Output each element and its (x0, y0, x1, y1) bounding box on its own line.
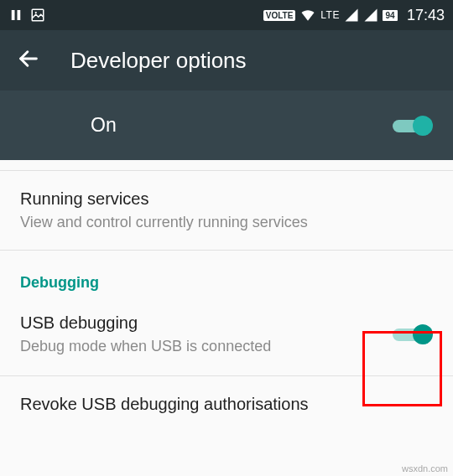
svg-rect-0 (12, 10, 15, 20)
signal-icon-2 (363, 8, 378, 23)
usb-debugging-toggle[interactable] (393, 323, 433, 346)
list-item[interactable]: Allow the bootloader to be unlocked (0, 160, 453, 171)
item-subtitle: Allow the bootloader to be unlocked (20, 160, 273, 162)
lte-label: LTE (320, 9, 340, 21)
svg-rect-1 (18, 10, 21, 20)
running-services-item[interactable]: Running services View and control curren… (0, 171, 453, 251)
pause-icon (8, 8, 23, 23)
usb-debugging-item[interactable]: USB debugging Debug mode when USB is con… (0, 303, 453, 376)
item-title: USB debugging (20, 313, 393, 333)
master-toggle-switch[interactable] (393, 114, 433, 137)
status-bar: VOLTE LTE 94 17:43 (0, 0, 453, 30)
clock-time: 17:43 (407, 7, 445, 24)
item-title: Revoke USB debugging authorisations (20, 395, 433, 414)
app-bar: Developer options (0, 30, 453, 91)
battery-badge: 94 (383, 10, 398, 21)
master-toggle-label: On (91, 114, 117, 137)
signal-icon (344, 8, 359, 23)
wifi-icon (299, 8, 316, 23)
svg-point-3 (35, 12, 37, 13)
master-toggle-row[interactable]: On (0, 91, 453, 160)
debugging-section-header: Debugging (0, 251, 453, 303)
page-title: Developer options (70, 48, 247, 74)
item-title: Running services (20, 189, 433, 209)
revoke-usb-item[interactable]: Revoke USB debugging authorisations (0, 376, 453, 441)
back-icon[interactable] (17, 47, 40, 74)
image-icon (30, 8, 45, 23)
item-subtitle: Debug mode when USB is connected (20, 338, 393, 355)
watermark: wsxdn.com (402, 463, 448, 473)
volte-badge: VOLTE (263, 10, 296, 21)
item-subtitle: View and control currently running servi… (20, 214, 433, 231)
settings-list[interactable]: Allow the bootloader to be unlocked Runn… (0, 160, 453, 441)
